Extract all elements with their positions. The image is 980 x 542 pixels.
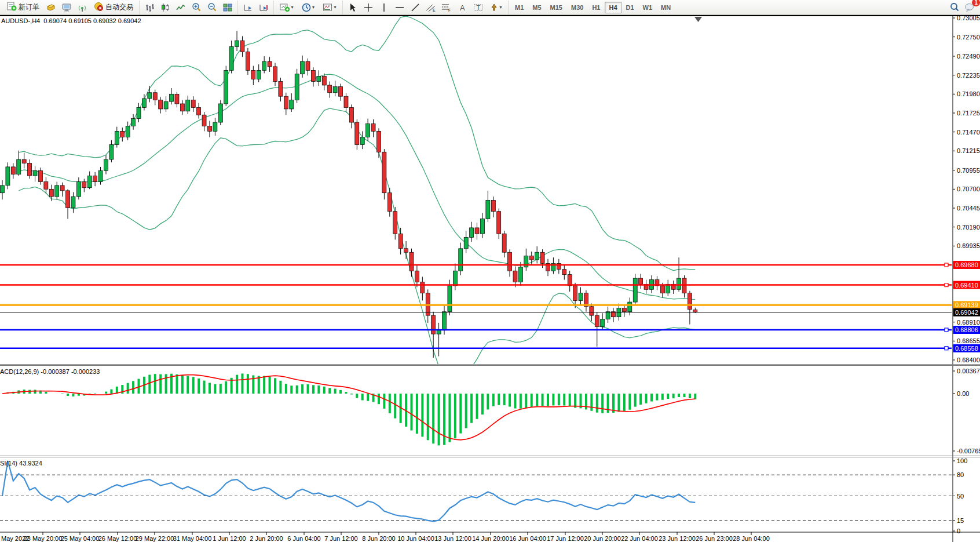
time-label: 23 May 20:00: [24, 535, 63, 542]
macd-panel: 0.0036720.00-0.007656: [2, 368, 980, 454]
toolbar-group-timeframes: M1 M5 M15 M30 H1 H4 D1 W1 MN: [508, 1, 677, 14]
periods-button[interactable]: ▾: [298, 1, 319, 14]
arrows-button[interactable]: ▾: [486, 1, 506, 14]
chart-autoscroll-icon[interactable]: [240, 1, 255, 14]
market-icon[interactable]: [43, 1, 58, 14]
toolbar-group-trade: 新订单 自动交易: [1, 1, 139, 14]
tile-windows-icon[interactable]: [220, 1, 235, 14]
crosshair-icon[interactable]: [361, 1, 376, 14]
y-tick: 0.68655: [957, 337, 980, 344]
price-badge-0.68806: 0.68806: [955, 326, 978, 333]
text-label-icon[interactable]: T: [470, 1, 485, 14]
cursor-icon[interactable]: [345, 1, 360, 14]
zoom-in-icon[interactable]: [189, 1, 204, 14]
new-order-label: 新订单: [19, 2, 39, 12]
y-tick: 0.71980: [957, 90, 980, 97]
timeframe-d1[interactable]: D1: [622, 2, 638, 13]
time-label: 17 Jun 12:00: [547, 535, 584, 542]
autotrading-label: 自动交易: [105, 2, 133, 12]
rsi-tick: 50: [957, 493, 964, 500]
toolbar-group-right: 1: [945, 1, 979, 14]
timeframe-m5[interactable]: M5: [528, 2, 545, 13]
y-tick: 0.72490: [957, 53, 980, 60]
chart-canvas[interactable]: 0.696800.694100.691390.690420.688060.685…: [0, 0, 980, 542]
time-label: 14 Jun 20:00: [472, 535, 509, 542]
line-chart-icon[interactable]: [173, 1, 188, 14]
y-tick: 0.71215: [957, 147, 980, 154]
time-label: 26 Jun 23:00: [696, 535, 733, 542]
price-badge-0.68558: 0.68558: [955, 345, 978, 352]
y-tick: 0.73005: [957, 14, 980, 21]
metaeditor-icon[interactable]: [59, 1, 74, 14]
y-tick: 0.70955: [957, 167, 980, 174]
time-label: 6 Jun 04:00: [287, 535, 321, 542]
new-order-button[interactable]: 新订单: [3, 1, 43, 13]
timeframe-m30[interactable]: M30: [567, 2, 587, 13]
price-badge-0.69139: 0.69139: [955, 301, 978, 308]
time-label: 1 Jun 12:00: [213, 535, 246, 542]
new-chart-button[interactable]: ▾: [276, 1, 297, 14]
time-label: 23 Jun 12:00: [659, 535, 696, 542]
timeframe-mn[interactable]: MN: [657, 2, 675, 13]
chart-shift-icon[interactable]: [256, 1, 271, 14]
svg-text:E: E: [433, 8, 436, 12]
macd-signal-line: [2, 375, 695, 440]
notifications-button[interactable]: 1: [963, 1, 977, 13]
toolbar: 新订单 自动交易: [0, 0, 980, 15]
y-tick: 0.69935: [957, 242, 980, 249]
price-lines[interactable]: 0.696800.694100.691390.690420.688060.685…: [0, 261, 980, 352]
toolbar-group-arrange: [237, 1, 273, 14]
text-icon[interactable]: A: [455, 1, 470, 14]
chevron-down-icon: ▾: [334, 5, 336, 10]
chart-window-border: [0, 15, 980, 16]
time-label: 8 Jun 20:00: [362, 535, 396, 542]
time-label: 28 Jun 04:00: [733, 535, 770, 542]
rsi-tick: 15: [957, 517, 964, 524]
templates-button[interactable]: ▾: [319, 1, 340, 14]
zoom-out-icon[interactable]: [204, 1, 220, 14]
mt4-terminal: { "toolbar": { "new_order_label": "新订单",…: [0, 0, 980, 542]
timeframe-h4[interactable]: H4: [605, 2, 621, 13]
bar-chart-icon[interactable]: [142, 1, 157, 14]
macd-tick: -0.007656: [957, 448, 980, 454]
timeframe-m15[interactable]: M15: [546, 2, 566, 13]
price-badge-0.69042: 0.69042: [955, 309, 978, 316]
autotrading-icon: [94, 2, 104, 13]
toolbar-group-objects: E F A T ▾: [342, 1, 508, 14]
chevron-down-icon: ▾: [291, 5, 293, 10]
equidistant-channel-icon[interactable]: E: [423, 1, 438, 14]
time-label: 26 May 12:00: [98, 535, 137, 542]
y-tick: 0.70700: [957, 185, 980, 192]
rsi-tick: 100: [957, 457, 967, 464]
svg-text:F: F: [448, 8, 451, 12]
toolbar-group-chart-type: [139, 1, 237, 14]
search-icon[interactable]: [947, 1, 962, 14]
candlestick-chart-icon[interactable]: [158, 1, 173, 14]
macd-tick: 0.00: [957, 390, 969, 397]
rsi-label: SI(14) 43.9324: [0, 460, 42, 467]
y-tick: 0.71470: [957, 129, 980, 136]
macd-label: ACD(12,26,9) -0.000387 -0.000233: [0, 368, 100, 375]
price-badge-0.69680: 0.69680: [955, 261, 978, 268]
svg-text:A: A: [460, 3, 465, 12]
chart-title: AUDUSD-,H4 0.69074 0.69105 0.69032 0.690…: [1, 17, 141, 24]
shift-marker-icon[interactable]: [694, 17, 702, 22]
signals-icon[interactable]: [75, 1, 90, 14]
time-label: 29 May 22:00: [136, 535, 174, 542]
timeframe-w1[interactable]: W1: [639, 2, 657, 13]
y-tick: 0.71725: [957, 110, 980, 117]
new-order-icon: [7, 2, 17, 13]
rsi-tick: 80: [957, 471, 964, 478]
chevron-down-icon: ▾: [499, 5, 502, 10]
y-tick: 0.70190: [957, 224, 980, 231]
horizontal-line-icon[interactable]: [392, 1, 407, 14]
vertical-line-icon[interactable]: [376, 1, 392, 14]
autotrading-button[interactable]: 自动交易: [90, 1, 137, 13]
rsi-tick: 0: [957, 528, 960, 534]
fibonacci-icon[interactable]: F: [439, 1, 454, 14]
timeframe-h1[interactable]: H1: [588, 2, 604, 13]
timeframe-m1[interactable]: M1: [511, 2, 528, 13]
trendline-icon[interactable]: [408, 1, 423, 14]
svg-text:T: T: [476, 4, 480, 11]
time-label: 13 Jun 12:00: [434, 535, 471, 542]
